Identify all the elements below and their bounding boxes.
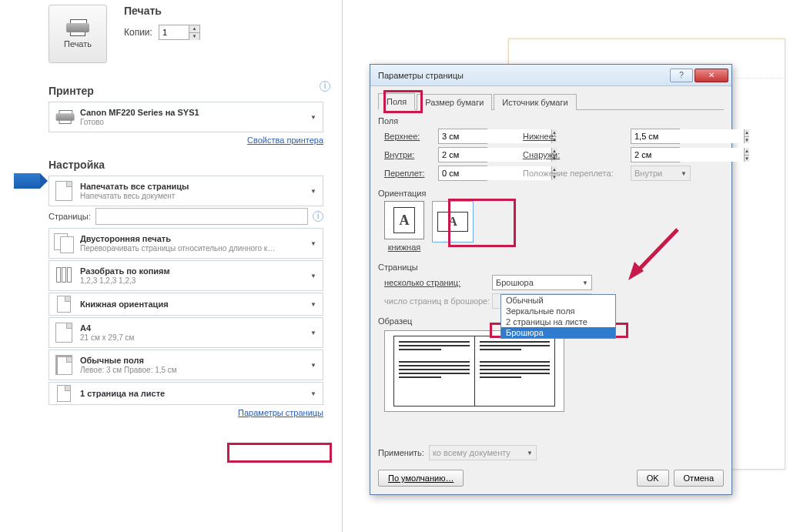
- page-params-link[interactable]: Параметры страницы: [238, 408, 323, 417]
- opt-duplex-title: Двусторонняя печать: [80, 234, 275, 243]
- perpage-icon: [57, 385, 71, 402]
- default-button[interactable]: По умолчанию…: [378, 470, 464, 487]
- print-range-selector[interactable]: Напечатать все страницы Напечатать весь …: [49, 176, 323, 206]
- orientation-landscape-label: [451, 246, 454, 255]
- opt-margins-sub: Левое: 3 см Правое: 1,5 см: [80, 366, 177, 374]
- opt-paper-sub: 21 см x 29,7 см: [80, 333, 134, 342]
- select-gutter-pos: Внутри▼: [631, 166, 691, 181]
- select-multipage[interactable]: Брошюра▼: [492, 275, 592, 290]
- opt-allpages-title: Напечатать все страницы: [80, 182, 189, 191]
- printer-properties-link[interactable]: Свойства принтера: [247, 136, 323, 145]
- input-bottom[interactable]: ▲▼: [631, 129, 680, 144]
- opt-collate-sub: 1,2,3 1,2,3 1,2,3: [80, 276, 136, 285]
- chevron-down-icon: ▼: [310, 114, 316, 121]
- opt-perpage-title: 1 страница на листе: [80, 389, 165, 398]
- info-icon[interactable]: i: [320, 81, 330, 92]
- label-brochure-pages: число страниц в брошюре:: [384, 296, 492, 306]
- select-apply[interactable]: ко всему документу▼: [429, 445, 537, 460]
- label-outside: Снаружи:: [523, 150, 631, 159]
- printer-section-title: Принтер: [49, 85, 94, 97]
- margins-selector[interactable]: Обычные поля Левое: 3 см Правое: 1,5 см …: [49, 350, 323, 380]
- info-icon[interactable]: i: [313, 211, 323, 222]
- pages-input[interactable]: [95, 208, 308, 225]
- dialog-tabs: Поля Размер бумаги Источник бумаги: [378, 92, 724, 110]
- chevron-down-icon: ▼: [310, 188, 316, 195]
- page-icon: [55, 181, 72, 201]
- printer-small-icon: [56, 110, 72, 124]
- chevron-down-icon: ▼: [310, 330, 316, 336]
- tab-paper-size[interactable]: Размер бумаги: [417, 94, 492, 110]
- cancel-button[interactable]: Отмена: [674, 470, 724, 487]
- print-backstage-panel: Печать Печать Копии: ▲▼ Принтер i Canon …: [0, 0, 343, 532]
- copies-spin-buttons[interactable]: ▲▼: [189, 25, 199, 39]
- paper-size-selector[interactable]: A4 21 см x 29,7 см ▼: [49, 317, 323, 348]
- print-button[interactable]: Печать: [49, 5, 107, 63]
- fields-group-title: Поля: [378, 116, 724, 125]
- input-inside[interactable]: ▲▼: [438, 147, 487, 162]
- label-bottom: Нижнее:: [523, 132, 631, 141]
- copies-spinner[interactable]: ▲▼: [159, 25, 200, 40]
- input-gutter[interactable]: ▲▼: [438, 166, 487, 181]
- label-gutter: Переплет:: [384, 169, 438, 178]
- label-multipage: несколько страниц:: [384, 278, 492, 287]
- per-page-selector[interactable]: 1 страница на листе ▼: [49, 382, 323, 405]
- duplex-selector[interactable]: Двусторонняя печать Переворачивать стран…: [49, 228, 323, 259]
- opt-allpages-sub: Напечатать весь документ: [80, 192, 175, 200]
- chevron-down-icon: ▼: [310, 301, 316, 308]
- apply-label: Применить:: [378, 448, 424, 457]
- duplex-icon: [54, 233, 74, 253]
- input-outside[interactable]: ▲▼: [631, 147, 680, 162]
- collate-icon: [56, 267, 72, 284]
- copies-input[interactable]: [159, 25, 189, 39]
- opt-collate-title: Разобрать по копиям: [80, 266, 170, 276]
- chevron-down-icon: ▼: [310, 240, 316, 247]
- label-top: Верхнее:: [384, 132, 438, 141]
- orientation-selector[interactable]: Книжная ориентация ▼: [49, 293, 323, 316]
- close-button[interactable]: ✕: [695, 69, 728, 82]
- printer-status: Готово: [80, 118, 104, 126]
- settings-section-title: Настройка: [49, 159, 342, 171]
- margins-icon: [55, 355, 72, 375]
- orientation-landscape[interactable]: A: [432, 201, 474, 255]
- orientation-portrait-label: книжная: [388, 243, 421, 252]
- printer-name: Canon MF220 Series на SYS1: [80, 108, 199, 117]
- orientation-group-title: Ориентация: [378, 189, 724, 198]
- dialog-title: Параметры страницы: [378, 71, 464, 80]
- opt-margins-title: Обычные поля: [80, 356, 177, 365]
- printer-selector[interactable]: Canon MF220 Series на SYS1 Готово ▼: [49, 102, 323, 132]
- opt-orient-title: Книжная ориентация: [80, 299, 169, 309]
- printer-icon: [66, 19, 89, 36]
- sample-preview: [384, 330, 564, 412]
- help-button[interactable]: ?: [670, 69, 693, 82]
- chevron-down-icon: ▼: [310, 390, 316, 397]
- paper-icon: [55, 323, 72, 343]
- option-2pp[interactable]: 2 страницы на листе: [501, 316, 615, 327]
- pages-label: Страницы:: [49, 212, 91, 221]
- copies-label: Копии:: [124, 27, 152, 38]
- tab-fields[interactable]: Поля: [378, 93, 415, 110]
- ribbon-flag-icon: [14, 173, 40, 189]
- multipage-dropdown-open[interactable]: Обычный Зеркальные поля 2 страницы на ли…: [500, 294, 616, 339]
- ok-button[interactable]: OK: [637, 470, 669, 487]
- opt-duplex-sub: Переворачивать страницы относительно дли…: [80, 244, 275, 253]
- page-setup-dialog: Параметры страницы ? ✕ Поля Размер бумаг…: [370, 64, 732, 495]
- print-title: Печать: [124, 5, 200, 17]
- tab-paper-source[interactable]: Источник бумаги: [494, 94, 576, 110]
- option-mirror[interactable]: Зеркальные поля: [501, 306, 615, 316]
- chevron-down-icon: ▼: [310, 362, 316, 369]
- label-gutter-pos: Положение переплета:: [523, 169, 631, 178]
- orientation-portrait[interactable]: A книжная: [384, 201, 424, 252]
- label-inside: Внутри:: [384, 150, 438, 159]
- option-normal[interactable]: Обычный: [501, 295, 615, 306]
- collate-selector[interactable]: Разобрать по копиям 1,2,3 1,2,3 1,2,3 ▼: [49, 260, 323, 291]
- pages-group-title: Страницы: [378, 263, 724, 272]
- portrait-icon: [57, 296, 71, 313]
- option-brochure[interactable]: Брошюра: [501, 327, 615, 338]
- opt-paper-title: A4: [80, 323, 134, 333]
- input-top[interactable]: ▲▼: [438, 129, 487, 144]
- dialog-titlebar[interactable]: Параметры страницы ? ✕: [370, 65, 731, 86]
- print-button-label: Печать: [64, 39, 92, 49]
- chevron-down-icon: ▼: [310, 273, 316, 279]
